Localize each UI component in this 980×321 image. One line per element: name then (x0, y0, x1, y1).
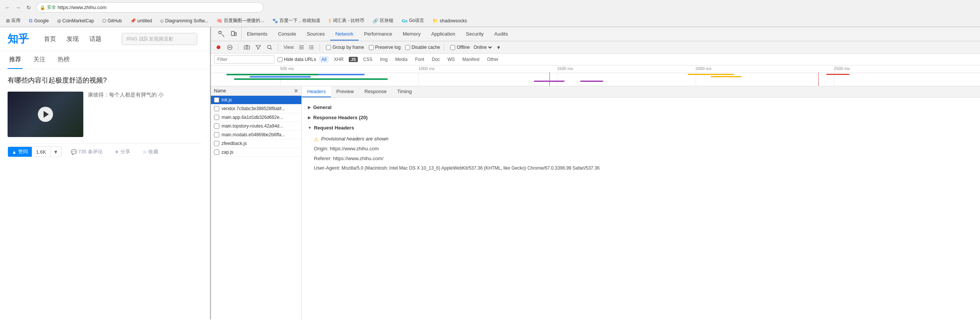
row-checkbox-zap[interactable] (214, 149, 219, 155)
bookmark-coinmarketcap[interactable]: ◎ CoinMarketCap (54, 17, 97, 25)
network-row-init-js[interactable]: init.js (211, 96, 301, 105)
network-row-modals[interactable]: main.modals.e04869be2b6ffa... (211, 130, 301, 139)
row-checkbox-main-app[interactable] (214, 115, 219, 120)
tab-memory[interactable]: Memory (398, 28, 426, 40)
throttle-select[interactable]: Online (472, 44, 493, 50)
bookmark-diagramming[interactable]: ◇ Diagramming Softw... (157, 17, 211, 25)
tab-performance[interactable]: Performance (359, 28, 397, 40)
warning-icon: ⚠ (314, 136, 319, 142)
detail-tab-response[interactable]: Response (359, 86, 392, 97)
filter-funnel-button[interactable] (254, 43, 263, 52)
bookmark-github[interactable]: ⬡ GitHub (99, 17, 124, 25)
tab-recommend[interactable]: 推荐 (8, 51, 23, 69)
filter-css[interactable]: CSS (361, 56, 375, 63)
nav-discover[interactable]: 发现 (67, 34, 79, 44)
device-toolbar-button[interactable] (229, 30, 238, 39)
tab-elements[interactable]: Elements (242, 28, 273, 40)
timeline-bar-3 (250, 76, 311, 78)
row-checkbox-modals[interactable] (214, 132, 219, 137)
tab-audits[interactable]: Audits (489, 28, 513, 40)
share-button[interactable]: ✈ 分享 (112, 147, 133, 157)
disable-cache-checkbox[interactable]: Disable cache (405, 44, 440, 50)
filter-manifest[interactable]: Manifest (460, 56, 482, 63)
tab-network[interactable]: Network (330, 28, 359, 40)
detail-tab-timing[interactable]: Timing (392, 86, 417, 97)
timeline-bar-9 (826, 74, 850, 75)
tab-console[interactable]: Console (273, 28, 301, 40)
camera-button[interactable] (242, 43, 251, 52)
reload-button[interactable]: ↻ (24, 3, 33, 12)
bookmark-baidu-search[interactable]: 🐾 百度一下，你就知道 (269, 16, 323, 25)
row-checkbox-vendor[interactable] (214, 106, 219, 111)
grid-line-2 (418, 72, 419, 86)
bookmark-baidu-brain[interactable]: 🧠 百度脑图—便捷的... (213, 16, 267, 25)
filter-input[interactable] (214, 55, 275, 64)
filter-js[interactable]: JS (349, 57, 358, 62)
detail-tab-preview[interactable]: Preview (331, 86, 359, 97)
response-headers-section-header[interactable]: ▶ Response Headers (20) (308, 113, 974, 122)
back-button[interactable]: ← (3, 3, 12, 12)
devtools-filter-row: Hide data URLs All XHR JS CSS Img Media … (211, 54, 980, 65)
bookmark-shadowsocks[interactable]: 📁 shadowsocks (430, 17, 470, 25)
bookmark-apps[interactable]: ⊞ 应用 (3, 16, 24, 25)
zhihu-search-box[interactable]: RNG 战队发视频道歉 (122, 33, 197, 45)
vote-up-button[interactable]: ▲ 赞同 (8, 147, 32, 157)
forward-button[interactable]: → (14, 3, 23, 12)
bookmark-untitled[interactable]: 📌 untitled (127, 17, 155, 25)
bookmark-bitcoin[interactable]: ₿ 词汇表 - 比特币 (326, 16, 368, 25)
clear-button[interactable] (225, 43, 234, 52)
zhihu-side: 知乎 首页 发现 话题 RNG 战队发视频道歉 推荐 关注 热榜 有哪些内容引起… (0, 27, 210, 319)
network-row-main-app[interactable]: main.app.6a1d1db326d662e... (211, 113, 301, 122)
detail-tab-headers[interactable]: Headers (302, 86, 331, 97)
filter-font[interactable]: Font (413, 56, 426, 63)
vote-down-button[interactable]: ▼ (50, 148, 61, 156)
address-bar[interactable]: 🔒 安全 https://www.zhihu.com (37, 2, 264, 13)
row-checkbox-init-js[interactable] (214, 97, 219, 103)
filter-xhr[interactable]: XHR (332, 56, 346, 63)
search-button[interactable] (265, 43, 274, 52)
tree-view-button[interactable] (307, 43, 316, 52)
row-checkbox-topstory[interactable] (214, 123, 219, 129)
close-detail-button[interactable]: ✕ (294, 88, 298, 94)
tab-hot[interactable]: 热榜 (56, 51, 71, 69)
tab-sources[interactable]: Sources (301, 28, 330, 40)
more-options-button[interactable]: ▼ (495, 44, 502, 51)
network-row-topstory[interactable]: main.topstory-routes.42a94d... (211, 122, 301, 130)
nav-home[interactable]: 首页 (44, 34, 56, 44)
group-by-frame-checkbox[interactable]: Group by frame (326, 44, 364, 50)
bookmark-blockchain[interactable]: 🔗 区块链 (369, 16, 396, 25)
inspect-element-button[interactable] (217, 30, 226, 39)
filter-other[interactable]: Other (485, 56, 501, 63)
tab-security[interactable]: Security (460, 28, 489, 40)
play-button[interactable] (38, 107, 53, 122)
bookmark-apps-label: 应用 (11, 17, 21, 24)
tab-follow[interactable]: 关注 (32, 51, 47, 69)
preserve-log-checkbox[interactable]: Preserve log (369, 44, 401, 50)
record-button[interactable] (214, 43, 223, 52)
filter-all[interactable]: All (319, 56, 329, 63)
filter-img[interactable]: Img (378, 56, 390, 63)
row-checkbox-zfeedback[interactable] (214, 141, 219, 146)
google-icon: G (29, 18, 33, 24)
nav-buttons: ← → ↻ (3, 3, 33, 12)
bookmark-golang[interactable]: Go Go语言 (399, 16, 427, 25)
collect-button[interactable]: ☆ 收藏 (139, 147, 161, 157)
network-row-zfeedback[interactable]: zfeedback.js (211, 139, 301, 148)
network-row-vendor[interactable]: vendor.7c9abc3e398528f8abf... (211, 105, 301, 113)
filter-media[interactable]: Media (393, 56, 410, 63)
nav-topics[interactable]: 话题 (89, 34, 102, 44)
request-headers-section-header[interactable]: ▼ Request Headers (308, 122, 974, 133)
filter-doc[interactable]: Doc (430, 56, 442, 63)
network-row-zap[interactable]: zap.js (211, 148, 301, 157)
offline-checkbox[interactable]: Offline (450, 44, 469, 50)
comment-button[interactable]: 💬 735 条评论 (68, 147, 106, 157)
bookmark-google[interactable]: G Google (26, 17, 52, 25)
timeline-mark-2000: 2000 ms (695, 66, 711, 71)
diagramming-icon: ◇ (160, 18, 164, 24)
list-view-button[interactable] (297, 43, 306, 52)
hide-data-urls-checkbox[interactable]: Hide data URLs (278, 57, 316, 62)
tab-application[interactable]: Application (426, 28, 461, 40)
video-thumbnail[interactable] (8, 92, 83, 137)
filter-ws[interactable]: WS (445, 56, 457, 63)
general-section-header[interactable]: ▶ General (308, 102, 974, 113)
